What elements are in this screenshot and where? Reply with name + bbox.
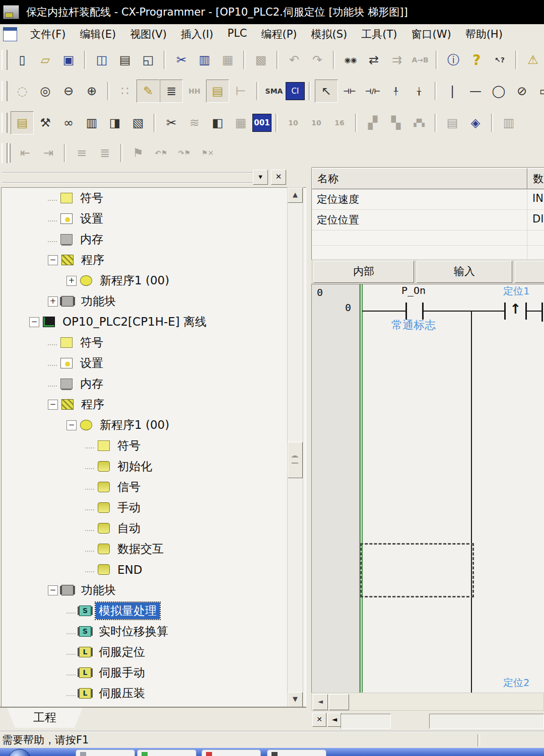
new-file-button[interactable]: ▯ [11, 48, 34, 71]
print-preview-button[interactable]: ◱ [137, 48, 160, 71]
tree-item-自动[interactable]: 自动 [114, 520, 144, 537]
find-button[interactable]: ◉◉ [339, 48, 362, 71]
change-model-button[interactable]: ◫ [90, 48, 113, 71]
scroll-up-button[interactable]: ▲ [288, 188, 303, 203]
new-instruction-button[interactable]: ▭ [533, 80, 544, 103]
tree-item-内存[interactable]: 内存 [77, 375, 106, 392]
output-window-button[interactable]: ⚒ [34, 111, 57, 134]
io-comment-view-button[interactable]: CI [286, 82, 305, 100]
project-window-button[interactable]: ▤ [11, 111, 34, 134]
tree-item-内存[interactable]: 内存 [77, 231, 106, 248]
tree-item-新程序1 (00)[interactable]: 新程序1 (00) [97, 272, 172, 289]
io-binary-dialog-button[interactable]: 001 [252, 114, 271, 132]
tree-item-程序[interactable]: 程序 [78, 396, 107, 413]
tree-item-符号[interactable]: 符号 [114, 437, 144, 454]
replace-button[interactable]: ⇄ [362, 48, 385, 71]
menu-文件(F)[interactable]: 文件(F) [23, 25, 73, 43]
vertical-line-button[interactable]: | [441, 80, 464, 103]
tree-item-设置[interactable]: 设置 [77, 210, 106, 227]
edge-partial-button[interactable]: ⚠ [521, 48, 544, 71]
new-closed-contact-button[interactable]: ⊣/⊢ [361, 80, 384, 103]
tree-item-伺服压装[interactable]: 伺服压装 [96, 685, 148, 702]
horizontal-line-button[interactable]: — [464, 80, 487, 103]
column-name[interactable]: 名称 [312, 168, 527, 189]
menu-PLC[interactable]: PLC [220, 25, 254, 43]
tree-item-设置[interactable]: 设置 [77, 355, 106, 371]
toolbar-grip[interactable] [2, 143, 8, 163]
new-or-closed-contact-button[interactable]: ╁ [407, 80, 431, 103]
menu-编辑(E)[interactable]: 编辑(E) [73, 25, 123, 43]
context-help-button[interactable]: ↖? [488, 48, 511, 71]
cross-reference-button[interactable]: ▥ [80, 111, 103, 134]
insert-section-button[interactable]: ◧ [206, 111, 229, 134]
ladder-editor[interactable]: 0 0 P_On 常通标志 ↑ 定位1 定位2 [311, 284, 544, 693]
taskbar-button[interactable] [76, 749, 135, 756]
open-file-button[interactable]: ▱ [34, 48, 57, 71]
properties-button[interactable]: ▧ [126, 111, 150, 134]
tree-item-END[interactable]: END [114, 563, 145, 577]
collapse-pane-button[interactable]: ◄ [327, 713, 342, 727]
tree-item-信号[interactable]: 信号 [114, 479, 144, 495]
zoom-in-button[interactable]: ⊕ [80, 80, 103, 103]
tree-item-新程序1 (00)[interactable]: 新程序1 (00) [97, 417, 172, 433]
about-button[interactable]: ⓘ [442, 48, 465, 71]
new-coil-button[interactable]: ◯ [487, 80, 510, 103]
collapse-expander-icon[interactable]: − [66, 420, 77, 430]
help-topics-button[interactable]: ? [465, 48, 488, 71]
column-datatype[interactable]: 数 [527, 168, 544, 189]
work-online-simulator-button[interactable]: ◈ [464, 111, 487, 134]
menu-编程(P)[interactable]: 编程(P) [254, 25, 304, 43]
tree-item-数据交互[interactable]: 数据交互 [114, 541, 167, 557]
expand-expander-icon[interactable]: + [66, 276, 77, 286]
select-mode-button[interactable]: ↖ [315, 80, 338, 103]
coil2-label[interactable]: 定位2 [491, 676, 541, 690]
copy-button[interactable]: ▥ [193, 48, 216, 71]
tree-item-功能块[interactable]: 功能块 [78, 293, 119, 310]
tree-scrollbar[interactable]: ▲ ▼ [287, 187, 303, 708]
menu-视图(V)[interactable]: 视图(V) [123, 25, 174, 43]
print-button[interactable]: ▤ [113, 48, 137, 71]
tree-item-符号[interactable]: 符号 [77, 334, 106, 351]
show-comments-button[interactable]: ✎ [137, 80, 160, 103]
pane-splitter[interactable] [306, 167, 311, 731]
taskbar-button[interactable] [201, 749, 261, 756]
new-closed-coil-button[interactable]: ⊘ [510, 80, 533, 103]
var-tab-内部[interactable]: 内部 [313, 261, 414, 283]
tree-item-初始化[interactable]: 初始化 [114, 458, 155, 475]
menu-帮助(H)[interactable]: 帮助(H) [458, 25, 510, 43]
tree-item-伺服手动[interactable]: 伺服手动 [96, 664, 148, 681]
workspace-menu-button[interactable]: ▾ [253, 170, 268, 185]
workspace-close-button[interactable]: ✕ [271, 170, 286, 185]
expand-expander-icon[interactable]: + [48, 296, 58, 307]
show-rung-annotations-button[interactable]: ≣ [160, 80, 183, 103]
child-window-icon[interactable] [3, 27, 17, 41]
variable-row[interactable] [312, 246, 544, 260]
scrollbar-thumb[interactable] [288, 442, 303, 478]
scroll-left-button[interactable]: ◄ [313, 694, 328, 710]
variable-row[interactable] [312, 231, 544, 246]
variable-row[interactable]: 定位速度IN [312, 189, 544, 210]
collapse-expander-icon[interactable]: − [29, 317, 39, 327]
tab-project[interactable]: 工程 [7, 708, 83, 728]
collapse-expander-icon[interactable]: − [48, 400, 58, 410]
collapse-expander-icon[interactable]: − [48, 585, 58, 595]
zoom-out-button[interactable]: ⊖ [57, 80, 80, 103]
menu-插入(I)[interactable]: 插入(I) [174, 25, 221, 43]
new-contact-button[interactable]: ⊣⊢ [338, 80, 361, 103]
workspace-drag-grip[interactable] [2, 172, 264, 183]
fb-parts-button[interactable]: ✂ [160, 111, 183, 134]
tree-item-程序[interactable]: 程序 [78, 252, 107, 268]
menu-模拟(S)[interactable]: 模拟(S) [304, 25, 355, 43]
collapse-expander-icon[interactable]: − [48, 255, 58, 265]
watch-window-button[interactable]: ∞ [57, 111, 80, 134]
toolbar-grip[interactable] [2, 50, 8, 70]
coil1-label[interactable]: 定位1 [491, 284, 541, 298]
cut-button[interactable]: ✂ [170, 48, 193, 71]
selection-hatch-box[interactable] [360, 543, 474, 597]
tree-item-实时位移换算[interactable]: 实时位移换算 [96, 623, 171, 640]
start-button[interactable] [8, 749, 31, 756]
new-or-contact-button[interactable]: ╀ [384, 80, 407, 103]
tree-item-模拟量处理[interactable]: 模拟量处理 [96, 602, 160, 619]
ladder-hscrollbar[interactable]: ◄ [311, 693, 544, 711]
menu-工具(T)[interactable]: 工具(T) [354, 25, 404, 43]
